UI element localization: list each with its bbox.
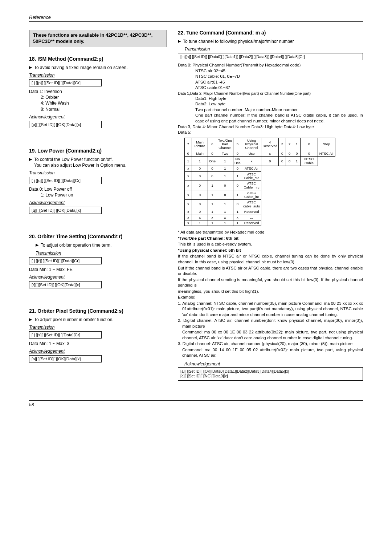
table-cell: 1 (192, 220, 208, 226)
table-cell: 0 (233, 151, 242, 156)
table-row: x0011ATSC Cable_std (185, 171, 335, 181)
section-18: 18. ISM Method (Command2:p) ▶To avoid ha… (29, 56, 167, 130)
table-cell: 0 (293, 151, 301, 156)
table-cell: 0 (208, 171, 217, 181)
table-cell: 0 (286, 157, 293, 166)
right-column: 22. Tune Command (Command: m a) ▶To tune… (178, 30, 363, 393)
transmission-label: Transmission (178, 46, 363, 52)
arrow-icon: ▶ (36, 242, 38, 248)
data-block: Data Min: 1 ~ Max: FE (29, 267, 167, 272)
transmission-code: [ j ][p][ ][Set ID][ ][Data][Cr] (29, 79, 102, 86)
notes-block: * All data are transmitted by Hexadecima… (178, 230, 363, 358)
section-title: 19. Low Power (Command2:q) (29, 148, 167, 154)
data-line: 2: Orbiter (29, 94, 167, 100)
section-title: 20. Orbiter Time Setting (Command2:r) (29, 234, 167, 239)
section-20: 20. Orbiter Time Setting (Command2:r) ▶T… (29, 234, 167, 289)
table-row: x0110ATSC cable_auto (185, 200, 335, 209)
transmission-code: [ j ][r][ ][Set ID][ ][Data][Cr] (29, 257, 102, 264)
data-line: Data Min: 1 ~ Max: 3 (29, 341, 167, 347)
page-footer: 58 (29, 400, 363, 407)
bit-table: 7 Main Picture 6 Two/One Part Channel 5 … (184, 138, 335, 226)
table-cell: 7 (185, 138, 192, 151)
table-cell: 0 (192, 181, 208, 190)
arrow-icon: ▶ (29, 65, 32, 70)
table-cell: 6 (208, 138, 217, 151)
ack-label: Acknowledgement (29, 200, 167, 205)
table-cell: 1 (217, 209, 233, 215)
note-line: 3. Digital channel: ATSC air, channel nu… (178, 341, 363, 347)
data-line: NTSC air:02~45 (178, 68, 363, 74)
table-cell: NTSC Cable (301, 157, 318, 166)
table-cell: 1 (208, 190, 217, 200)
table-cell: x (185, 220, 192, 226)
table-cell: 0 (233, 166, 242, 171)
note-line: This bit is used in a cable-ready system… (178, 242, 363, 247)
table-cell: x (185, 200, 192, 209)
section-header: Reference (29, 15, 363, 22)
section-desc: To tune channel to following physical/ma… (183, 39, 294, 44)
note-line: *Using physical channel: 5th bit (178, 248, 363, 254)
note-line: Command: ma 00 14 00 1E 00 05 02 attribu… (178, 347, 363, 358)
section-desc: To control the Low Power function on/off… (34, 157, 126, 168)
data-line: Data 1: Inversion (29, 89, 167, 94)
ack-label: Acknowledgement (178, 361, 363, 366)
table-cell: 0 (208, 151, 217, 156)
data-line: Data 0: Low Power off (29, 186, 167, 192)
data-line: Data 5: (178, 130, 363, 135)
table-cell: 0 (192, 209, 208, 215)
table-cell: 0 (192, 171, 208, 181)
ack-code: [p][ ][Set ID][ ][OK][Data][x] (29, 121, 102, 128)
data-line: Data2: Low byte (178, 101, 363, 107)
data-line: Data 0: Physical Channel Number(Transmit… (178, 62, 363, 68)
table-cell: x (185, 215, 192, 220)
section-title: 21. Orbiter Pixel Setting (Command2:s) (29, 308, 167, 314)
note-line: Command: ma 00 xx 00 1E 00 03 22 attribu… (178, 329, 363, 341)
desc-line: To control the Low Power function on/off… (34, 157, 113, 162)
table-row: 0Main0Two0Usex0000NTSC Air (185, 151, 335, 156)
table-cell: x (185, 190, 192, 200)
data-line: One part channel number: If the channel … (178, 113, 363, 124)
section-19: 19. Low Power (Command2:q) ▶ To control … (29, 148, 167, 216)
content-columns: These functions are available in 42PC1D*… (29, 30, 363, 393)
section-desc: To adjust orbiter operation time term. (41, 242, 111, 248)
data-block: Data 1: Inversion 2: Orbiter 4: White Wa… (29, 89, 167, 112)
table-cell: 0 (286, 151, 293, 156)
notice-box: These functions are available in 42PC1D*… (29, 30, 167, 47)
data-line: Two part channel number: Major number-Mi… (178, 107, 363, 113)
table-cell: x (242, 157, 261, 166)
table-cell: x (192, 215, 208, 220)
table-cell: Main Picture (192, 138, 208, 151)
table-cell: 2 (286, 138, 293, 151)
ack-code: [q][ ][Set ID][ ][OK][Data][x] (29, 207, 102, 214)
table-cell: x (185, 171, 192, 181)
data-block: Data Min: 1 ~ Max: 3 (29, 341, 167, 347)
table-cell: Reserved (242, 220, 261, 226)
data-line: Data 3, Data 4: Minor Channel Number Dat… (178, 124, 363, 130)
table-cell: NTSC Air (318, 151, 335, 156)
data-line: Data 1,Data 2: Major Channel Number(two … (178, 91, 363, 96)
arrow-icon: ▶ (29, 157, 32, 168)
transmission-label: Transmission (29, 170, 167, 175)
section-22: 22. Tune Command (Command: m a) ▶To tune… (178, 30, 363, 381)
ack-label: Acknowledgement (29, 114, 167, 119)
table-cell: x (261, 151, 279, 156)
table-cell: 1 (208, 200, 217, 209)
table-cell: 1 (293, 157, 301, 166)
note-line: If the physical channel sending is meani… (178, 277, 363, 288)
note-line: 2. Digital channel: ATSC air, channel nu… (178, 318, 363, 329)
data-line: ATSC cable:01~87 (178, 85, 363, 91)
table-row: 11One1No Usex0001NTSC Cable (185, 157, 335, 166)
table-cell: 1 (233, 209, 242, 215)
table-cell: ATSC Cable_irc (242, 190, 261, 200)
table-cell: Using Physical Channel (242, 138, 261, 151)
table-cell: 1 (208, 220, 217, 226)
table-cell: 4 Reserved (261, 138, 279, 151)
table-cell: 0 (261, 157, 279, 166)
table-cell: One (208, 157, 217, 166)
table-cell: 0 (279, 157, 286, 166)
transmission-code: [ j ][q][ ][Set ID][ ][Data][Cr] (29, 177, 102, 184)
table-cell: x (233, 215, 242, 220)
desc-line: You can also adjust Low Power in Option … (34, 163, 126, 168)
table-cell: 1 (208, 181, 217, 190)
table-cell: 1 (233, 171, 242, 181)
